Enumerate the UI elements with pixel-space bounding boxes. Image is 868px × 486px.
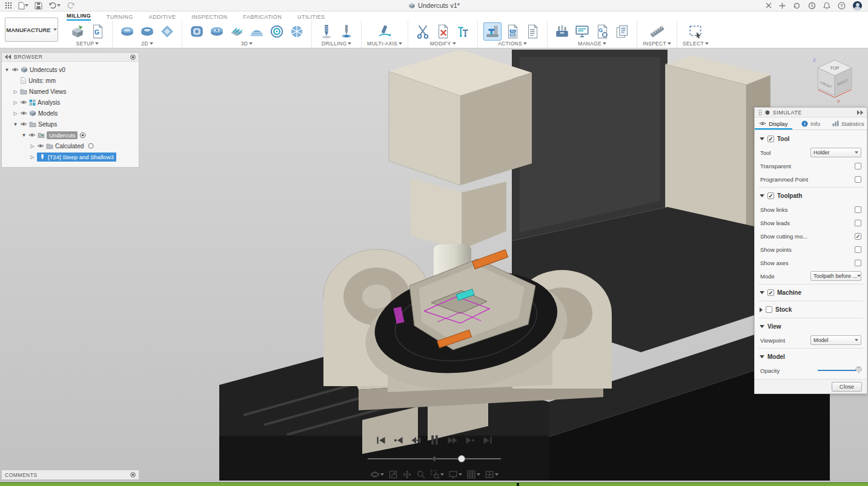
panel-dot-icon[interactable] — [130, 54, 136, 60]
task-manager-icon[interactable] — [573, 22, 591, 41]
drag-grip-icon[interactable] — [758, 110, 762, 116]
visibility-eye-icon[interactable] — [12, 67, 19, 72]
tab-inspection[interactable]: INSPECTION — [191, 14, 227, 21]
group-label-select[interactable]: SELECT — [683, 41, 709, 47]
expand-arrow-icon[interactable]: ▼ — [4, 67, 10, 73]
simulation-timeline[interactable] — [368, 453, 501, 464]
measure-icon[interactable] — [648, 22, 666, 41]
zoom-icon[interactable] — [415, 469, 427, 480]
pan-icon[interactable] — [401, 469, 413, 480]
section-tool[interactable]: Tool — [755, 132, 867, 146]
visibility-eye-icon[interactable] — [37, 143, 44, 148]
machine-section-checkbox[interactable] — [767, 289, 774, 296]
post-library-icon[interactable]: G — [593, 22, 611, 41]
simulate-icon[interactable] — [483, 22, 502, 41]
show-cutting-moves-checkbox[interactable] — [855, 233, 861, 240]
tree-item-root[interactable]: ▼ Undercuts v0 — [2, 64, 139, 75]
section-model[interactable]: Model — [755, 350, 867, 364]
tree-item-toolpath-selected[interactable]: ▷ [T24] Steep and Shallow3 — [2, 151, 139, 162]
show-axes-checkbox[interactable] — [855, 260, 861, 266]
selected-toolpath-chip[interactable]: [T24] Steep and Shallow3 — [37, 153, 116, 162]
new-setup-icon[interactable] — [68, 22, 87, 41]
tool-dropdown[interactable]: Holder — [810, 148, 861, 157]
tree-item-calculated[interactable]: ▷ Calculated — [2, 140, 139, 151]
group-label-2d[interactable]: 2D — [141, 41, 153, 47]
pocket-clearing-icon[interactable] — [208, 22, 226, 41]
step-forward-button[interactable] — [464, 436, 475, 445]
delete-passes-icon[interactable] — [434, 22, 452, 41]
display-settings-icon[interactable] — [447, 469, 463, 480]
drill-icon[interactable] — [317, 22, 336, 41]
tree-item-analysis[interactable]: ▷ Analysis — [2, 97, 139, 108]
group-label-setup[interactable]: SETUP — [76, 41, 99, 47]
visibility-eye-icon[interactable] — [20, 111, 27, 116]
post-process-icon[interactable]: G1G2 — [503, 22, 522, 41]
trim-toolpath-icon[interactable] — [414, 22, 432, 41]
timeline-marker[interactable] — [432, 456, 437, 462]
transparent-checkbox[interactable] — [855, 163, 861, 169]
redo-icon[interactable] — [67, 2, 75, 9]
active-setup-radio-icon[interactable] — [79, 132, 86, 139]
visibility-eye-icon[interactable] — [20, 100, 27, 105]
opacity-slider-handle[interactable] — [855, 367, 862, 373]
tab-fabrication[interactable]: FABRICATION — [243, 14, 282, 21]
tree-item-models[interactable]: ▷ Models — [2, 108, 139, 119]
show-points-checkbox[interactable] — [855, 246, 861, 253]
play-backward-button[interactable] — [410, 436, 422, 445]
expand-arrow-icon[interactable]: ▼ — [21, 133, 27, 138]
tab-turning[interactable]: TURNING — [107, 14, 133, 21]
expand-arrow-icon[interactable]: ▷ — [30, 143, 35, 149]
expand-arrow-icon[interactable]: ▷ — [13, 111, 18, 116]
grid-settings-icon[interactable] — [465, 469, 482, 480]
expand-arrow-icon[interactable]: ▷ — [30, 154, 35, 160]
viewpoint-dropdown[interactable]: Model — [810, 335, 861, 345]
tool-library-icon[interactable] — [553, 22, 571, 41]
collapse-panel-icon[interactable] — [5, 54, 11, 59]
save-icon[interactable] — [35, 2, 42, 10]
expand-arrow-icon[interactable]: ▼ — [13, 122, 18, 127]
sync-icon[interactable] — [793, 2, 801, 10]
close-button[interactable]: Close — [832, 382, 862, 392]
pause-button[interactable] — [428, 435, 440, 445]
group-label-multi-axis[interactable]: MULTI-AXIS — [367, 41, 402, 47]
edit-links-icon[interactable] — [454, 22, 472, 41]
stock-section-checkbox[interactable] — [766, 306, 772, 313]
group-label-modify[interactable]: MODIFY — [430, 41, 456, 47]
mode-dropdown[interactable]: Toolpath before ... — [810, 271, 861, 281]
group-label-actions[interactable]: ACTIONS — [498, 41, 527, 47]
nc-program-icon[interactable]: G — [88, 22, 107, 41]
2d-pocket-icon[interactable] — [138, 22, 156, 41]
show-links-checkbox[interactable] — [855, 206, 861, 213]
add-tab-icon[interactable] — [779, 2, 786, 9]
user-avatar[interactable] — [853, 1, 862, 10]
go-to-end-button[interactable] — [482, 436, 493, 445]
templates-icon[interactable] — [613, 22, 631, 41]
section-toolpath[interactable]: Toolpath — [755, 189, 867, 203]
toolpath-section-checkbox[interactable] — [767, 192, 774, 199]
group-label-drilling[interactable]: DRILLING — [322, 41, 352, 47]
panel-dot-icon[interactable] — [130, 472, 136, 478]
section-machine[interactable]: Machine — [755, 286, 867, 300]
group-label-inspect[interactable]: INSPECT — [643, 41, 671, 47]
view-cube[interactable]: Z TOP FRONT RIGHT X — [809, 53, 861, 105]
close-icon[interactable] — [766, 2, 772, 8]
adaptive-clearing-icon[interactable] — [188, 22, 206, 41]
expand-arrow-icon[interactable]: ▷ — [13, 89, 18, 94]
zoom-window-icon[interactable] — [429, 469, 445, 480]
tab-milling[interactable]: MILLING — [67, 13, 91, 21]
file-menu-icon[interactable] — [18, 2, 28, 10]
timeline-handle[interactable] — [459, 456, 465, 462]
opacity-slider[interactable] — [818, 367, 861, 374]
swarf-icon[interactable] — [376, 22, 394, 41]
visibility-eye-icon[interactable] — [28, 133, 36, 137]
job-status-icon[interactable] — [808, 2, 816, 10]
workspace-switcher-button[interactable]: MANUFACTURE — [5, 18, 58, 42]
tree-item-named-views[interactable]: ▷ Named Views — [2, 86, 139, 97]
show-leads-checkbox[interactable] — [855, 220, 861, 226]
bore-icon[interactable] — [337, 22, 356, 41]
expand-arrow-icon[interactable]: ▷ — [13, 100, 18, 105]
browser-header[interactable]: BROWSER — [2, 53, 139, 62]
face-icon[interactable] — [118, 22, 136, 41]
tree-item-setup-undercuts[interactable]: ▼ Undercuts — [2, 130, 139, 140]
tab-utilities[interactable]: UTILITIES — [297, 14, 325, 21]
